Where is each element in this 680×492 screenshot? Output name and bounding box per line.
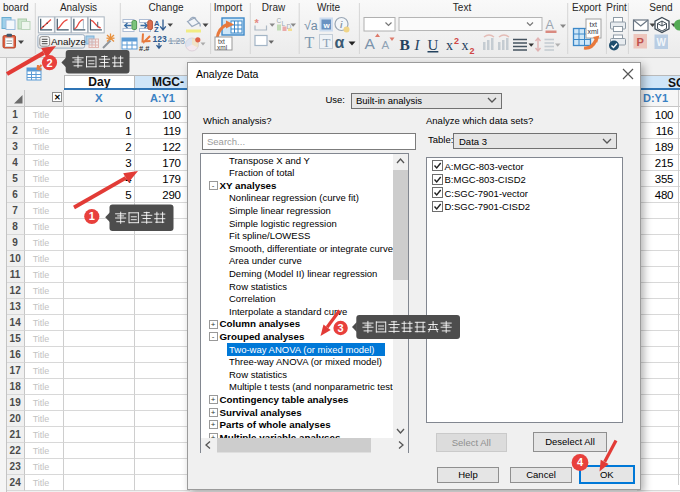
svg-text:1: 1 [89, 210, 95, 222]
svg-text:2: 2 [46, 57, 52, 69]
svg-text:4: 4 [577, 456, 584, 468]
svg-text:3: 3 [338, 322, 344, 334]
